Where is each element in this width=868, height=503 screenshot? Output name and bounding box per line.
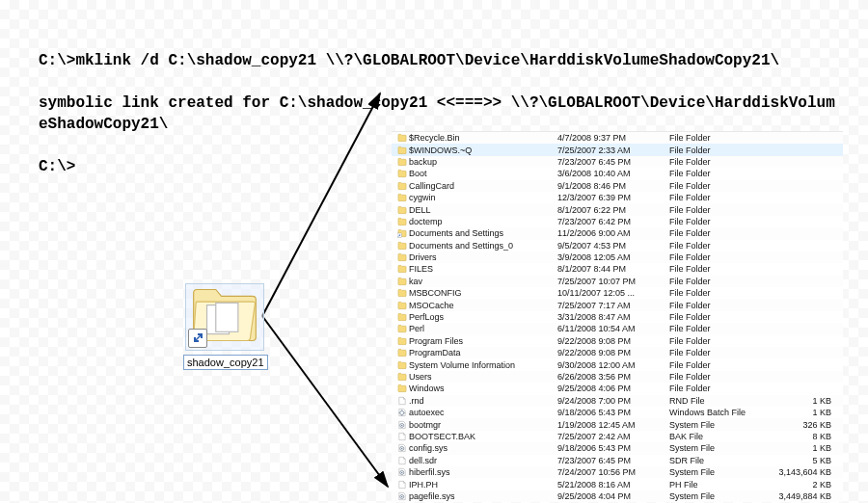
folder-icon (395, 312, 409, 322)
file-name: Documents and Settings_0 (409, 241, 557, 251)
file-row[interactable]: config.sys9/18/2006 5:43 PMSystem File1 … (392, 442, 843, 454)
file-type: File Folder (669, 228, 768, 238)
file-size: 326 KB (768, 420, 837, 430)
file-type: File Folder (669, 277, 768, 286)
file-row[interactable]: .rnd9/24/2008 7:00 PMRND File1 KB (392, 395, 843, 407)
folder-icon (395, 205, 409, 215)
file-date: 9/22/2008 9:08 PM (557, 336, 669, 346)
file-name: bootmgr (409, 420, 557, 430)
file-row[interactable]: bootmgr1/19/2008 12:45 AMSystem File326 … (392, 418, 843, 430)
file-size: 1 KB (768, 396, 837, 406)
file-name: ProgramData (409, 348, 557, 357)
sys-icon (395, 443, 409, 453)
file-name: .rnd (409, 396, 557, 406)
file-row[interactable]: ProgramData9/22/2008 9:08 PMFile Folder (392, 347, 843, 358)
file-size: 5 KB (768, 456, 837, 465)
file-row[interactable]: pagefile.sys9/25/2008 4:04 PMSystem File… (392, 490, 843, 502)
file-row[interactable]: CallingCard9/1/2008 8:46 PMFile Folder (392, 180, 843, 192)
file-row[interactable]: FILES8/1/2007 8:44 PMFile Folder (392, 263, 843, 275)
file-date: 9/24/2008 7:00 PM (557, 396, 669, 406)
file-type: File Folder (669, 384, 768, 393)
file-type: File Folder (669, 252, 768, 262)
file-row[interactable]: Program Files9/22/2008 9:08 PMFile Folde… (392, 335, 843, 347)
file-row[interactable]: PerfLogs3/31/2008 8:47 AMFile Folder (392, 311, 843, 323)
file-date: 11/2/2006 9:00 AM (557, 228, 669, 238)
folder-icon (395, 217, 409, 226)
file-row[interactable]: $Recycle.Bin4/7/2008 9:37 PMFile Folder (392, 132, 843, 144)
file-row[interactable]: $WINDOWS.~Q7/25/2007 2:33 AMFile Folder (392, 144, 843, 155)
file-row[interactable]: dell.sdr7/23/2007 6:45 PMSDR File5 KB (392, 455, 843, 466)
file-name: backup (409, 157, 557, 167)
folder-icon (395, 301, 409, 310)
file-type: File Folder (669, 336, 768, 346)
file-name: Perl (409, 324, 557, 333)
file-row[interactable]: Documents and Settings_09/5/2007 4:53 PM… (392, 240, 843, 252)
folder-icon (395, 146, 409, 155)
file-list[interactable]: $Recycle.Bin4/7/2008 9:37 PMFile Folder$… (392, 131, 843, 498)
folder-icon (395, 193, 409, 202)
folder-icon (395, 157, 409, 167)
file-row[interactable]: hiberfil.sys7/24/2007 10:56 PMSystem Fil… (392, 466, 843, 478)
file-row[interactable]: Perl6/11/2008 10:54 AMFile Folder (392, 323, 843, 334)
file-row[interactable]: Drivers3/9/2008 12:05 AMFile Folder (392, 252, 843, 263)
file-date: 3/6/2008 10:40 AM (557, 169, 669, 178)
file-row[interactable]: cygwin12/3/2007 6:39 PMFile Folder (392, 192, 843, 203)
file-date: 5/21/2008 8:16 AM (557, 480, 669, 490)
file-row[interactable]: Users6/26/2008 3:56 PMFile Folder (392, 371, 843, 383)
file-row[interactable]: doctemp7/23/2007 6:42 PMFile Folder (392, 216, 843, 227)
file-type: Windows Batch File (669, 408, 768, 417)
folder-icon (395, 169, 409, 178)
folder-shortcut-label: shadow_copy21 (183, 355, 268, 370)
file-row[interactable]: backup7/23/2007 6:45 PMFile Folder (392, 156, 843, 168)
sys-icon (395, 491, 409, 501)
file-icon (395, 456, 409, 465)
file-type: System File (669, 491, 768, 501)
file-name: MSOCache (409, 301, 557, 310)
file-type: RND File (669, 396, 768, 406)
file-row[interactable]: MSBCONFIG10/11/2007 12:05 ...File Folder (392, 287, 843, 299)
file-icon (395, 396, 409, 406)
file-type: System File (669, 420, 768, 430)
file-date: 9/22/2008 9:08 PM (557, 348, 669, 357)
cmd-line-3: C:\> (39, 158, 75, 175)
file-row[interactable]: Documents and Settings11/2/2006 9:00 AMF… (392, 227, 843, 239)
file-date: 9/25/2008 4:04 PM (557, 491, 669, 501)
file-date: 9/1/2008 8:46 PM (557, 181, 669, 191)
file-type: File Folder (669, 301, 768, 310)
shortcut-overlay-icon (188, 329, 207, 348)
folder-icon (395, 133, 409, 143)
folder-icon (395, 252, 409, 262)
file-name: Program Files (409, 336, 557, 346)
file-name: IPH.PH (409, 480, 557, 490)
file-type: File Folder (669, 348, 768, 357)
file-date: 8/1/2007 6:22 PM (557, 205, 669, 215)
file-name: Drivers (409, 252, 557, 262)
file-row[interactable]: kav7/25/2007 10:07 PMFile Folder (392, 276, 843, 287)
file-date: 4/7/2008 9:37 PM (557, 133, 669, 143)
file-row[interactable]: MSOCache7/25/2007 7:17 AMFile Folder (392, 299, 843, 310)
file-name: Documents and Settings (409, 228, 557, 238)
file-row[interactable]: Windows9/25/2008 4:06 PMFile Folder (392, 383, 843, 394)
file-type: File Folder (669, 241, 768, 251)
file-row[interactable]: autoexec9/18/2006 5:43 PMWindows Batch F… (392, 407, 843, 418)
file-date: 1/19/2008 12:45 AM (557, 420, 669, 430)
file-row[interactable]: System Volume Information9/30/2008 12:00… (392, 358, 843, 370)
file-row[interactable]: DELL8/1/2007 6:22 PMFile Folder (392, 203, 843, 215)
file-type: BAK File (669, 432, 768, 441)
folder-icon (395, 372, 409, 382)
batch-icon (395, 408, 409, 417)
folder-icon (395, 360, 409, 370)
file-date: 7/23/2007 6:42 PM (557, 217, 669, 226)
file-name: Users (409, 372, 557, 382)
file-row[interactable]: BOOTSECT.BAK7/25/2007 2:42 AMBAK File8 K… (392, 431, 843, 442)
file-name: CallingCard (409, 181, 557, 191)
file-row[interactable]: IPH.PH5/21/2008 8:16 AMPH File2 KB (392, 478, 843, 490)
file-date: 9/18/2006 5:43 PM (557, 443, 669, 453)
folder-icon (395, 348, 409, 357)
file-row[interactable]: Boot3/6/2008 10:40 AMFile Folder (392, 168, 843, 179)
file-date: 7/25/2007 7:17 AM (557, 301, 669, 310)
file-type: File Folder (669, 157, 768, 167)
file-name: PerfLogs (409, 312, 557, 322)
folder-shortcut[interactable]: shadow_copy21 (183, 283, 266, 370)
folder-icon (395, 241, 409, 251)
